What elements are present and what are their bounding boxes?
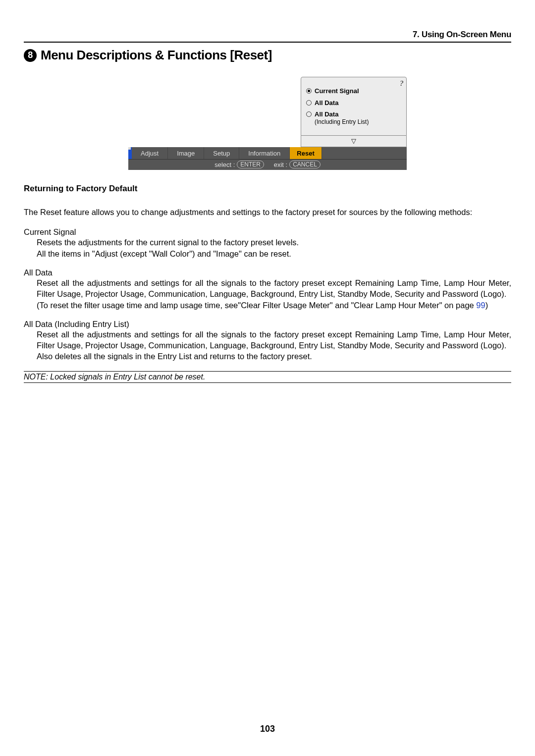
section-title: 8 Menu Descriptions & Functions [Reset] [24,48,511,63]
radio-icon [306,111,312,117]
intro-paragraph: The Reset feature allows you to change a… [24,207,511,217]
osd-option-sublabel: (Including Entry List) [315,118,369,125]
hint-enter-button: ENTER [237,161,264,168]
item-body-current-signal: Resets the adjustments for the current s… [24,237,511,259]
page-number: 103 [0,724,535,734]
item-body-all-data: Reset all the adjustments and settings f… [24,277,511,311]
osd-tab-indicator [128,147,132,159]
section-number-badge: 8 [24,49,37,62]
osd-tab-bar: Adjust Image Setup Information Reset [128,147,407,159]
hint-exit-label: exit : [274,161,287,168]
page-link-99[interactable]: 99 [476,301,485,310]
osd-hint-bar: select : ENTER exit : CANCEL [128,159,407,170]
radio-icon [306,100,312,106]
osd-options-panel: ? Current Signal All Data All Data (Incl… [301,77,407,136]
osd-tab-setup: Setup [204,147,239,159]
osd-option-current-signal: Current Signal [306,87,401,95]
osd-tab-adjust: Adjust [132,147,168,159]
osd-tab-spacer [322,147,340,159]
osd-down-arrow: ▽ [301,136,407,147]
subsection-heading: Returning to Factory Default [24,184,511,194]
osd-option-label: All Data [315,99,338,107]
chapter-title: 7. Using On-Screen Menu [24,30,511,42]
radio-selected-icon [306,88,312,94]
osd-option-all-data-entry: All Data (Including Entry List) [306,110,401,125]
section-title-text: Menu Descriptions & Functions [Reset] [41,48,272,63]
help-icon: ? [400,79,404,88]
osd-tab-image: Image [168,147,204,159]
item-title-all-data-entry: All Data (Including Entry List) [24,320,511,329]
item-title-current-signal: Current Signal [24,227,511,237]
osd-option-label: Current Signal [315,87,359,95]
osd-tab-information: Information [239,147,290,159]
note-block: NOTE: Locked signals in Entry List canno… [24,371,511,383]
item-body-all-data-entry: Reset all the adjustments and settings f… [24,329,511,362]
osd-tab-reset: Reset [290,147,321,159]
hint-cancel-button: CANCEL [289,161,321,168]
osd-screenshot: ? Current Signal All Data All Data (Incl… [128,77,407,170]
hint-select-label: select : [214,161,235,168]
osd-option-label: All Data [315,110,338,118]
osd-option-all-data: All Data [306,99,401,107]
item-title-all-data: All Data [24,268,511,277]
